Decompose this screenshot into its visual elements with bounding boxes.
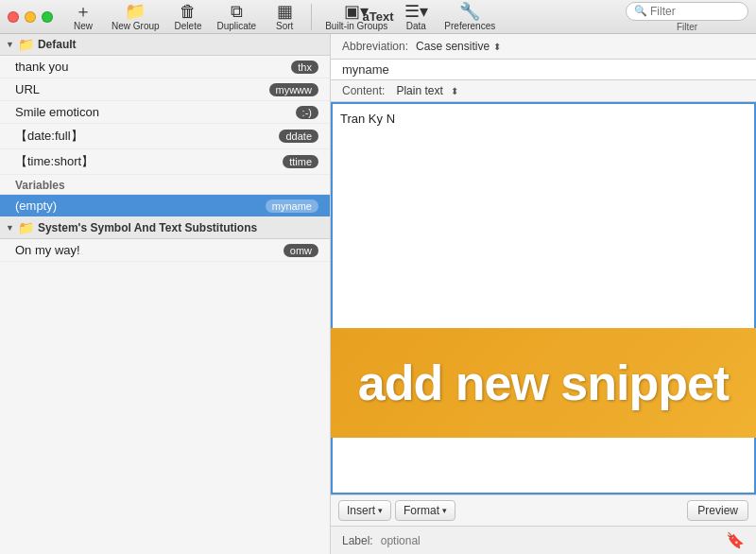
list-item[interactable]: thank you thx [0, 56, 330, 78]
titlebar: ＋ New 📁 New Group 🗑 Delete ⧉ Duplicate ▦… [0, 0, 756, 34]
sidebar-group-system: ▼ 📁 System's Symbol And Text Substitutio… [0, 217, 330, 239]
close-button[interactable] [8, 11, 19, 23]
group-name-system: System's Symbol And Text Substitutions [38, 221, 257, 234]
delete-button[interactable]: 🗑 Delete [169, 1, 208, 33]
label-label: Label: [342, 534, 373, 547]
overlay-banner: add new snippet [331, 328, 756, 438]
sort-icon: ▦ [277, 3, 293, 20]
sort-label: Sort [276, 21, 293, 31]
item-badge: omw [284, 244, 318, 257]
group-name-default: Default [38, 38, 77, 51]
item-name: 【date:full】 [15, 128, 83, 145]
delete-icon: 🗑 [180, 3, 197, 20]
folder-icon-default: 📁 [18, 37, 34, 52]
section-label-variables: Variables [0, 175, 330, 195]
list-item[interactable]: 【time:short】 ttime [0, 149, 330, 175]
traffic-lights [8, 11, 53, 23]
item-badge: ttime [283, 155, 318, 168]
format-label: Format [404, 504, 439, 517]
list-item[interactable]: (empty) myname [0, 195, 330, 217]
content-label: Content: [342, 84, 385, 97]
minimize-button[interactable] [25, 11, 36, 23]
filter-input-wrap[interactable]: 🔍 [626, 2, 748, 21]
abbreviation-bar: Abbreviation: Case sensitive ⬍ [331, 34, 756, 60]
main-container: ▼ 📁 Default thank you thx URL mywww Smil… [0, 34, 756, 554]
case-sensitive-dropdown[interactable]: Case sensitive ⬍ [416, 40, 501, 53]
filter-label: Filter [677, 22, 697, 32]
list-item[interactable]: Smile emoticon :-) [0, 101, 330, 124]
plain-text-dropdown[interactable]: Plain text ⬍ [396, 84, 457, 97]
item-name: On my way! [15, 243, 80, 257]
toolbar: ＋ New 📁 New Group 🗑 Delete ⧉ Duplicate ▦… [64, 1, 626, 33]
duplicate-label: Duplicate [216, 21, 256, 31]
case-sensitive-value: Case sensitive [416, 40, 490, 53]
format-button[interactable]: Format ▾ [395, 500, 455, 521]
abbreviation-input[interactable] [342, 62, 745, 77]
duplicate-icon: ⧉ [231, 3, 243, 20]
data-icon: ☰▾ [404, 3, 428, 20]
overlay-text: add new snippet [358, 355, 729, 411]
dropdown-arrow-icon: ⬍ [493, 42, 501, 52]
item-name: (empty) [15, 199, 57, 213]
delete-label: Delete [175, 21, 202, 31]
preview-button[interactable]: Preview [687, 500, 748, 521]
preferences-label: Preferences [444, 21, 495, 31]
list-item[interactable]: URL mywww [0, 78, 330, 101]
editor-header: Content: Plain text ⬍ [331, 80, 756, 102]
collapse-triangle-system[interactable]: ▼ [6, 223, 14, 233]
new-group-button[interactable]: 📁 New Group [106, 1, 165, 33]
search-icon: 🔍 [634, 5, 647, 17]
item-badge: ddate [279, 130, 318, 143]
preview-label: Preview [697, 504, 738, 517]
content-area: Abbreviation: Case sensitive ⬍ Content: … [331, 34, 756, 554]
item-badge: myname [266, 199, 318, 213]
insert-arrow-icon: ▾ [378, 506, 383, 515]
maximize-button[interactable] [42, 11, 53, 23]
preferences-button[interactable]: 🔧 Preferences [438, 1, 501, 33]
window-title: aText [363, 9, 394, 24]
collapse-triangle-default[interactable]: ▼ [6, 40, 14, 49]
item-badge: :-) [296, 106, 318, 119]
bottom-toolbar: Insert ▾ Format ▾ Preview [331, 494, 756, 526]
insert-button[interactable]: Insert ▾ [338, 500, 391, 521]
sidebar: ▼ 📁 Default thank you thx URL mywww Smil… [0, 34, 331, 554]
abbreviation-input-row [331, 60, 756, 80]
list-item[interactable]: On my way! omw [0, 239, 330, 262]
item-badge: mywww [269, 83, 319, 96]
preferences-icon: 🔧 [459, 3, 480, 20]
filter-input[interactable] [650, 5, 740, 18]
sort-button[interactable]: ▦ Sort [266, 1, 303, 33]
item-name: thank you [15, 60, 68, 74]
abbreviation-label: Abbreviation: [342, 40, 408, 53]
new-button[interactable]: ＋ New [64, 1, 102, 33]
editor-area: Tran Ky N add new snippet [331, 102, 756, 494]
item-badge: thx [291, 61, 318, 74]
label-bookmark-icon: 🔖 [726, 531, 745, 549]
data-button[interactable]: ☰▾ Data [397, 1, 435, 33]
list-item[interactable]: 【date:full】 ddate [0, 124, 330, 149]
item-name: Smile emoticon [15, 105, 99, 119]
plain-text-value: Plain text [396, 84, 442, 97]
format-arrow-icon: ▾ [442, 506, 447, 515]
toolbar-separator-1 [311, 4, 312, 30]
new-group-icon: 📁 [125, 3, 146, 20]
filter-area: 🔍 Filter [626, 2, 748, 32]
data-label: Data [406, 21, 426, 31]
dropdown-arrow-content-icon: ⬍ [451, 86, 458, 96]
folder-icon-system: 📁 [18, 220, 34, 235]
label-bar: Label: 🔖 [331, 526, 756, 554]
insert-label: Insert [347, 504, 375, 517]
new-group-label: New Group [112, 21, 160, 31]
sidebar-group-default: ▼ 📁 Default [0, 34, 330, 56]
new-icon: ＋ [75, 3, 92, 20]
item-name: 【time:short】 [15, 153, 94, 170]
duplicate-button[interactable]: ⧉ Duplicate [211, 1, 262, 33]
item-name: URL [15, 82, 40, 96]
label-input[interactable] [381, 534, 718, 547]
new-label: New [74, 21, 93, 31]
